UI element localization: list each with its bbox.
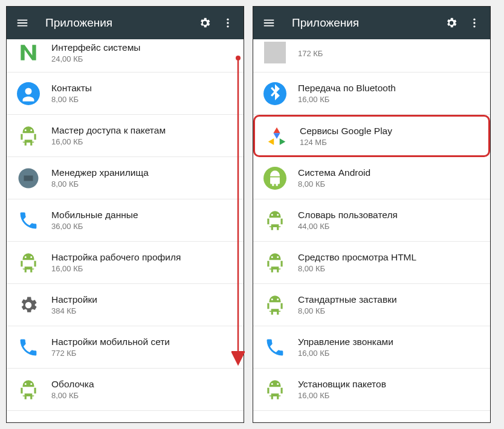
app-row[interactable]: Установщик сертификатов8,00 КБ [253, 411, 490, 422]
app-row[interactable]: Сервисы Google Play124 МБ [253, 115, 490, 157]
app-size: 172 КБ [298, 49, 480, 58]
gear-icon[interactable] [444, 16, 459, 30]
app-list-right[interactable]: 172 КБПередача по Bluetooth16,00 КБСерви… [253, 39, 490, 422]
app-text: Настройки мобильной сети772 КБ [51, 337, 234, 358]
svg-point-2 [227, 25, 228, 27]
app-name: Система Android [298, 167, 480, 178]
app-row[interactable]: Память календаря [7, 411, 244, 422]
phone-left: Приложения Интерфейс системы24,00 КБКонт… [6, 6, 244, 423]
app-name: Мобильные данные [51, 210, 234, 221]
app-row[interactable]: Установщик пакетов16,00 КБ [253, 369, 490, 411]
overflow-icon[interactable] [467, 16, 482, 30]
app-name: Менеджер хранилища [51, 167, 234, 178]
app-name: Контакты [51, 83, 234, 94]
app-text: Управление звонками16,00 КБ [298, 337, 480, 358]
appbar: Приложения [7, 7, 244, 39]
svg-point-11 [473, 25, 475, 27]
app-row[interactable]: Мастер доступа к пакетам16,00 КБ [7, 115, 244, 157]
app-size: 8,00 КБ [298, 179, 480, 189]
app-row[interactable]: Контакты8,00 КБ [7, 73, 244, 115]
app-name: Установщик пакетов [298, 379, 480, 390]
app-text: Установщик пакетов16,00 КБ [298, 379, 480, 400]
svg-rect-6 [24, 175, 33, 181]
app-text: Передача по Bluetooth16,00 КБ [298, 83, 480, 104]
gplay-icon [265, 124, 289, 148]
app-text: Менеджер хранилища8,00 КБ [51, 167, 234, 189]
app-size: 36,00 КБ [51, 222, 234, 231]
app-size: 16,00 КБ [298, 391, 480, 400]
app-name: Сервисы Google Play [300, 126, 479, 137]
app-size: 8,00 КБ [51, 95, 234, 104]
app-text: 172 КБ [298, 48, 480, 58]
app-size: 16,00 КБ [51, 264, 234, 273]
app-name: Управление звонками [298, 337, 480, 347]
phone-icon [16, 208, 40, 233]
gear-icon [16, 293, 40, 317]
app-size: 384 КБ [51, 306, 234, 315]
svg-point-10 [473, 22, 475, 24]
app-name: Настройка рабочего профиля [51, 252, 234, 263]
app-name: Настройки мобильной сети [51, 337, 234, 347]
app-row[interactable]: Средство просмотра HTML8,00 КБ [253, 242, 490, 284]
app-row[interactable]: Передача по Bluetooth16,00 КБ [253, 73, 490, 115]
app-name: Настройки [51, 294, 234, 305]
android-icon [16, 124, 40, 148]
app-size: 772 КБ [51, 349, 234, 358]
app-name: Стандартные заставки [298, 294, 480, 305]
phone-icon [16, 335, 40, 360]
android-icon [263, 251, 287, 275]
app-size: 8,00 КБ [298, 306, 480, 315]
app-size: 124 МБ [300, 138, 479, 147]
appbar: Приложения [253, 7, 490, 39]
app-row[interactable]: Менеджер хранилища8,00 КБ [7, 157, 244, 199]
app-size: 16,00 КБ [298, 95, 480, 104]
app-size: 8,00 КБ [298, 264, 480, 273]
androidcircle-icon [263, 166, 287, 190]
app-size: 16,00 КБ [298, 349, 480, 358]
app-text: Интерфейс системы24,00 КБ [51, 42, 234, 63]
android-icon [263, 420, 287, 423]
app-row[interactable]: Настройки мобильной сети772 КБ [7, 326, 244, 369]
svg-point-9 [473, 19, 475, 21]
app-name: Оболочка [51, 379, 234, 390]
app-row[interactable]: Настройка рабочего профиля16,00 КБ [7, 242, 244, 284]
app-name: Передача по Bluetooth [298, 83, 480, 94]
app-row[interactable]: Система Android8,00 КБ [253, 157, 490, 199]
gear-icon[interactable] [198, 16, 212, 30]
hamburger-icon[interactable] [262, 16, 276, 30]
app-text: Оболочка8,00 КБ [51, 379, 234, 400]
app-list-left[interactable]: Интерфейс системы24,00 КБКонтакты8,00 КБ… [7, 39, 244, 422]
storage-icon [16, 166, 40, 190]
app-row[interactable]: Стандартные заставки8,00 КБ [253, 284, 490, 326]
app-size: 16,00 КБ [51, 137, 234, 146]
app-size: 44,00 КБ [298, 222, 480, 231]
phone-icon [263, 335, 287, 360]
app-row[interactable]: Мобильные данные36,00 КБ [7, 199, 244, 242]
contact-icon [16, 82, 40, 106]
app-text: Сервисы Google Play124 МБ [300, 126, 479, 147]
app-row[interactable]: Оболочка8,00 КБ [7, 369, 244, 411]
app-row[interactable]: Управление звонками16,00 КБ [253, 326, 490, 369]
overflow-icon[interactable] [221, 16, 235, 30]
android-icon [16, 251, 40, 275]
appbar-title: Приложения [45, 16, 198, 30]
app-text: Словарь пользователя44,00 КБ [298, 210, 480, 231]
app-text: Установщик сертификатов8,00 КБ [298, 421, 480, 422]
app-text: Настройка рабочего профиля16,00 КБ [51, 252, 234, 273]
app-size: 8,00 КБ [51, 179, 234, 189]
app-size: 24,00 КБ [51, 54, 234, 63]
app-row[interactable]: Настройки384 КБ [7, 284, 244, 326]
android-icon [263, 293, 287, 317]
bluetooth-icon [263, 82, 287, 106]
hamburger-icon[interactable] [15, 16, 30, 30]
app-row[interactable]: 172 КБ [253, 39, 490, 73]
app-row[interactable]: Интерфейс системы24,00 КБ [7, 39, 244, 73]
app-name: Мастер доступа к пакетам [51, 125, 234, 136]
svg-point-1 [227, 22, 228, 24]
app-name: Средство просмотра HTML [298, 252, 480, 263]
app-text: Мобильные данные36,00 КБ [51, 210, 234, 231]
calendar-icon [16, 420, 40, 423]
app-name: Интерфейс системы [51, 42, 234, 53]
android-icon [16, 378, 40, 402]
app-row[interactable]: Словарь пользователя44,00 КБ [253, 199, 490, 242]
